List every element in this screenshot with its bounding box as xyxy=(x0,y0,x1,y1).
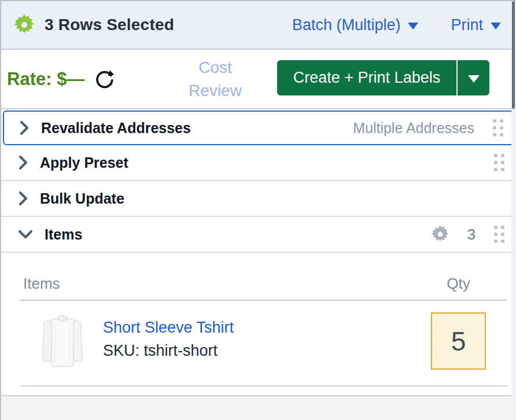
drag-handle-icon[interactable] xyxy=(493,224,506,244)
gear-icon xyxy=(13,13,36,36)
create-print-labels-dropdown-button[interactable] xyxy=(456,60,489,95)
action-bar: Rate: $— Cost Review Create + Print Labe… xyxy=(1,50,516,108)
product-image xyxy=(37,311,88,376)
bulk-edit-panel: 3 Rows Selected Batch (Multiple) Print R… xyxy=(0,0,516,420)
section-label: Bulk Update xyxy=(40,190,124,207)
selection-header: 3 Rows Selected Batch (Multiple) Print xyxy=(1,1,516,50)
items-column-header: Items xyxy=(23,275,60,293)
caret-down-icon xyxy=(408,23,418,30)
table-row: Short Sleeve Tshirt SKU: tshirt-short 5 xyxy=(1,301,516,376)
section-items[interactable]: Items 3 xyxy=(1,217,516,253)
chevron-right-icon xyxy=(17,190,29,207)
section-revalidate-addresses[interactable]: Revalidate Addresses Multiple Addresses xyxy=(3,110,514,145)
items-count-badge: 3 xyxy=(467,226,476,244)
batch-menu-label: Batch (Multiple) xyxy=(292,16,401,34)
section-label: Revalidate Addresses xyxy=(41,120,191,137)
items-table: Items Qty Short Sleeve Tshirt SKU: tshir… xyxy=(1,253,516,386)
footer-strip xyxy=(1,395,516,420)
caret-down-icon xyxy=(491,23,501,30)
section-label: Apply Preset xyxy=(40,154,128,171)
rate-label: Rate: $— xyxy=(7,69,84,90)
cost-review-link[interactable]: Cost Review xyxy=(172,56,259,102)
rate-group: Rate: $— xyxy=(7,69,115,90)
accordion-sections: Revalidate Addresses Multiple Addresses … xyxy=(1,108,516,253)
chevron-down-icon xyxy=(17,229,34,240)
drag-handle-icon[interactable] xyxy=(493,153,506,172)
create-print-labels-label: Create + Print Labels xyxy=(293,69,440,87)
product-name-link[interactable]: Short Sleeve Tshirt xyxy=(103,316,234,339)
create-print-labels-split-button: Create + Print Labels xyxy=(277,60,489,95)
divider xyxy=(20,385,507,386)
product-sku: SKU: tshirt-short xyxy=(103,339,234,362)
chevron-right-icon xyxy=(19,120,30,136)
items-settings-gear-icon[interactable] xyxy=(430,224,450,244)
scrollbar-track[interactable] xyxy=(511,1,516,420)
print-menu-button[interactable]: Print xyxy=(451,16,501,34)
chevron-right-icon xyxy=(17,154,29,171)
refresh-icon[interactable] xyxy=(94,69,115,90)
qty-input[interactable]: 5 xyxy=(431,312,486,370)
section-value: Multiple Addresses xyxy=(353,120,474,137)
batch-menu-button[interactable]: Batch (Multiple) xyxy=(292,16,419,34)
qty-column-header: Qty xyxy=(431,275,486,293)
rows-selected-label: 3 Rows Selected xyxy=(45,16,174,34)
scrollbar-thumb[interactable] xyxy=(512,1,515,109)
header-actions: Batch (Multiple) Print xyxy=(292,16,501,34)
create-print-labels-button[interactable]: Create + Print Labels xyxy=(277,60,456,95)
drag-handle-icon[interactable] xyxy=(492,118,504,138)
section-label: Items xyxy=(45,226,82,243)
print-menu-label: Print xyxy=(451,16,483,34)
caret-down-icon xyxy=(468,75,480,83)
section-bulk-update[interactable]: Bulk Update xyxy=(1,181,516,217)
section-apply-preset[interactable]: Apply Preset xyxy=(1,145,516,181)
items-table-header: Items Qty xyxy=(1,275,516,293)
